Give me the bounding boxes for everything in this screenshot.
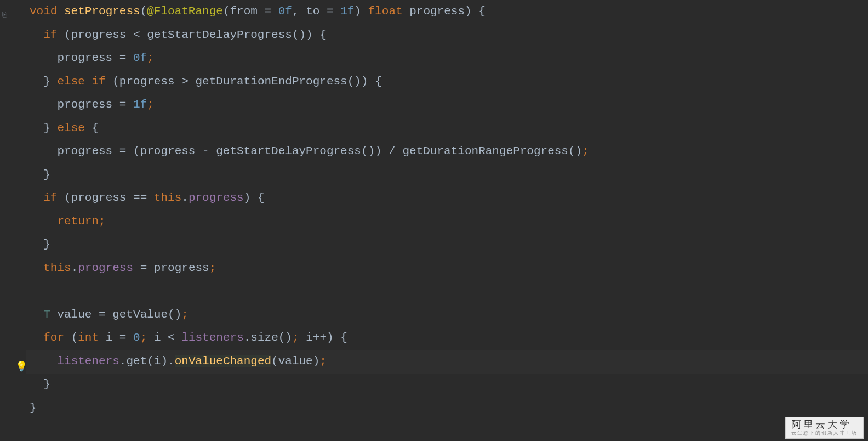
code-token: void [30,5,64,18]
code-token: .get(i). [119,355,175,368]
code-token: (progress > getDurationEndProgress()) { [112,75,381,88]
code-token: (progress < getStartDelayProgress()) { [64,29,327,41]
code-token: 0f [133,52,147,64]
code-token: ; [147,52,154,64]
code-token: progress = [30,98,133,111]
code-token: i++) { [306,331,347,344]
code-token: .size() [244,331,292,344]
code-token: onValueChanged [175,355,271,368]
code-token: = progress [133,262,209,274]
code-token: ) { [244,191,265,204]
code-line[interactable]: } [30,233,589,257]
code-token: progress = [30,52,133,64]
code-line[interactable]: } [30,373,589,397]
code-token: listeners [57,355,119,368]
code-line[interactable]: listeners.get(i).onValueChanged(value); [30,350,589,374]
code-line[interactable]: } [30,397,589,420]
code-token [30,355,57,368]
code-token: ( [140,5,147,18]
code-token: progress) { [409,5,486,18]
code-line[interactable]: void setProgress(@FloatRange(from = 0f, … [30,0,589,24]
code-token: (from = [223,5,278,18]
code-line[interactable]: progress = 0f; [30,47,589,70]
code-token: } [30,402,37,414]
code-line[interactable]: } else { [30,117,589,140]
code-token: if [30,191,64,204]
code-token: } [30,75,57,88]
code-line[interactable]: if (progress < getStartDelayProgress()) … [30,24,589,47]
code-line[interactable]: this.progress = progress; [30,257,589,280]
code-token: return; [30,215,106,228]
code-token: . [181,191,189,204]
code-token: int [78,331,105,344]
code-line[interactable]: } else if (progress > getDurationEndProg… [30,70,589,94]
code-token: } [30,378,50,391]
code-token: 1f [133,98,147,111]
code-token: 1f [340,5,354,18]
watermark-title: 阿里云大学 [791,420,858,431]
code-token: } [30,168,50,181]
code-token: progress [189,191,244,204]
code-token: ( [71,331,78,344]
code-token: else [57,122,92,134]
code-token: ; [140,331,154,344]
intention-bulb-icon[interactable]: 💡 [15,355,27,379]
code-line[interactable]: progress = 1f; [30,93,589,117]
code-token: setProgress [64,5,140,18]
code-token: i = [106,331,133,344]
code-token: else if [57,75,112,88]
code-token: ; [147,98,154,111]
code-token: listeners [181,331,243,344]
code-token: this [30,262,71,274]
code-token: float [368,5,410,18]
code-token: progress = (progress - getStartDelayProg… [30,145,582,157]
code-token: (value) [271,355,319,368]
code-token: ; [582,145,589,157]
code-token: ; [209,262,216,274]
code-token: i < [154,331,181,344]
watermark: 阿里云大学 云生态下的创新人才工场 [785,417,864,439]
code-line[interactable]: for (int i = 0; i < listeners.size(); i+… [30,326,589,350]
code-token: T [30,308,50,321]
code-token: , to = [292,5,340,18]
code-token: 0f [278,5,292,18]
code-token: 0 [133,331,140,344]
code-token: if [30,29,64,41]
code-line[interactable]: } [30,163,589,187]
code-token: @FloatRange [147,5,223,18]
code-line[interactable]: return; [30,210,589,234]
override-gutter-icon[interactable]: ⎘ [2,3,7,27]
code-line[interactable] [30,280,589,303]
code-token: ; [181,308,189,321]
code-token: ) [354,5,368,18]
code-line[interactable]: T value = getValue(); [30,303,589,327]
code-token: { [92,122,99,134]
code-token: value = getValue() [50,308,181,321]
code-token: this [154,191,181,204]
code-line[interactable]: if (progress == this.progress) { [30,186,589,210]
code-token: } [30,238,50,251]
code-token: progress [78,262,133,274]
code-token: ; [319,355,327,368]
code-line[interactable]: progress = (progress - getStartDelayProg… [30,140,589,163]
code-token: ; [292,331,306,344]
watermark-subtitle: 云生态下的创新人才工场 [791,431,858,436]
code-editor[interactable]: void setProgress(@FloatRange(from = 0f, … [30,0,589,420]
code-token: } [30,122,57,134]
code-token: (progress == [64,191,154,204]
code-token: . [71,262,78,274]
code-token: for [30,331,71,344]
